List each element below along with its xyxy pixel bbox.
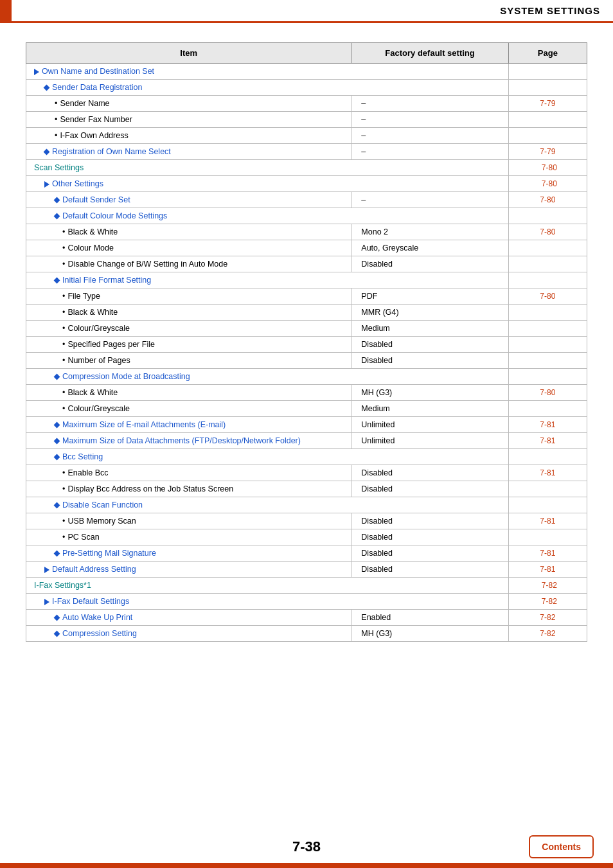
bullet-icon: •	[62, 468, 65, 477]
table-row: Scan Settings7-80	[26, 160, 587, 176]
page-title: SYSTEM SETTINGS	[12, 0, 613, 21]
row-label: •Black & White	[26, 385, 351, 401]
row-value: Enabled	[351, 610, 508, 626]
row-page	[508, 401, 587, 417]
row-page	[508, 272, 587, 288]
row-page	[508, 337, 587, 353]
row-label: •I-Fax Own Address	[26, 128, 351, 144]
row-label: Disable Scan Function	[26, 497, 509, 513]
row-page	[508, 369, 587, 385]
table-row: Disable Scan Function	[26, 497, 587, 513]
diamond-icon	[54, 197, 60, 204]
row-label: Pre-Setting Mail Signature	[26, 545, 351, 562]
diamond-icon	[54, 213, 60, 220]
row-value: Disabled	[351, 353, 508, 369]
row-page: 7-81	[508, 417, 587, 433]
row-label: •Colour/Greyscale	[26, 401, 351, 417]
row-page: 7-82	[508, 594, 587, 610]
triangle-icon	[34, 69, 39, 75]
row-page	[508, 497, 587, 513]
row-page: 7-81	[508, 562, 587, 578]
col-factory: Factory default setting	[351, 43, 508, 64]
row-page	[508, 481, 587, 497]
row-value: MH (G3)	[351, 626, 508, 642]
row-value: Disabled	[351, 529, 508, 545]
table-row: Sender Data Registration	[26, 80, 587, 96]
table-row: •Enable BccDisabled7-81	[26, 465, 587, 481]
row-page: 7-82	[508, 578, 587, 594]
row-label: I-Fax Settings*1	[26, 578, 509, 594]
table-row: Default Colour Mode Settings	[26, 208, 587, 224]
row-page	[508, 128, 587, 144]
row-label: Scan Settings	[26, 160, 509, 176]
table-row: •PC ScanDisabled	[26, 529, 587, 545]
row-page: 7-80	[508, 160, 587, 176]
table-row: Compression SettingMH (G3)7-82	[26, 626, 587, 642]
triangle-icon	[44, 599, 49, 605]
row-label: Auto Wake Up Print	[26, 610, 351, 626]
table-row: Maximum Size of E-mail Attachments (E-ma…	[26, 417, 587, 433]
table-header: Item Factory default setting Page	[26, 43, 587, 64]
bullet-icon: •	[62, 227, 65, 236]
bullet-icon: •	[55, 115, 57, 124]
table-row: •Disable Change of B/W Setting in Auto M…	[26, 256, 587, 272]
table-row: •Number of PagesDisabled	[26, 353, 587, 369]
table-row: •Display Bcc Address on the Job Status S…	[26, 481, 587, 497]
row-value: Medium	[351, 321, 508, 337]
row-page: 7-81	[508, 513, 587, 529]
settings-table: Item Factory default setting Page Own Na…	[26, 42, 587, 642]
bullet-icon: •	[62, 340, 65, 349]
table-row: •Specified Pages per FileDisabled	[26, 337, 587, 353]
bullet-icon: •	[55, 99, 57, 108]
row-value: MMR (G4)	[351, 305, 508, 321]
row-label: Default Sender Set	[26, 192, 351, 208]
page-number: 7-38	[0, 838, 613, 855]
row-page: 7-81	[508, 545, 587, 562]
table-row: •Sender Fax Number–	[26, 112, 587, 128]
row-page: 7-80	[508, 176, 587, 192]
row-label: I-Fax Default Settings	[26, 594, 509, 610]
top-bar: SYSTEM SETTINGS	[0, 0, 613, 23]
table-row: Auto Wake Up PrintEnabled7-82	[26, 610, 587, 626]
row-label: •USB Memory Scan	[26, 513, 351, 529]
row-label: •Number of Pages	[26, 353, 351, 369]
row-value: Mono 2	[351, 224, 508, 240]
row-label: •Specified Pages per File	[26, 337, 351, 353]
table-row: •USB Memory ScanDisabled7-81	[26, 513, 587, 529]
diamond-icon	[54, 438, 60, 445]
row-value: Unlimited	[351, 433, 508, 449]
row-label: •Black & White	[26, 305, 351, 321]
contents-button[interactable]: Contents	[529, 835, 594, 858]
col-item: Item	[26, 43, 351, 64]
row-page: 7-82	[508, 626, 587, 642]
row-page: 7-79	[508, 96, 587, 112]
row-value: Disabled	[351, 337, 508, 353]
row-label: Bcc Setting	[26, 449, 509, 465]
row-label: Own Name and Destination Set	[26, 64, 509, 80]
diamond-icon	[44, 149, 50, 155]
table-row: Pre-Setting Mail SignatureDisabled7-81	[26, 545, 587, 562]
row-page	[508, 208, 587, 224]
row-label: Default Colour Mode Settings	[26, 208, 509, 224]
table-row: •Black & WhiteMono 27-80	[26, 224, 587, 240]
row-label: Other Settings	[26, 176, 509, 192]
row-value: Disabled	[351, 481, 508, 497]
table-row: Default Address SettingDisabled7-81	[26, 562, 587, 578]
diamond-icon	[54, 278, 60, 284]
row-value: –	[351, 128, 508, 144]
row-label: •Colour/Greyscale	[26, 321, 351, 337]
diamond-icon	[54, 615, 60, 621]
row-value: PDF	[351, 288, 508, 305]
bullet-icon: •	[62, 260, 65, 269]
row-page	[508, 112, 587, 128]
table-row: Compression Mode at Broadcasting	[26, 369, 587, 385]
row-label: •File Type	[26, 288, 351, 305]
row-label: •Sender Fax Number	[26, 112, 351, 128]
row-label: •Black & White	[26, 224, 351, 240]
row-value: Unlimited	[351, 417, 508, 433]
bullet-icon: •	[62, 484, 65, 493]
row-label: •Sender Name	[26, 96, 351, 112]
row-page: 7-79	[508, 144, 587, 160]
row-page: 7-82	[508, 610, 587, 626]
bullet-icon: •	[62, 388, 65, 397]
